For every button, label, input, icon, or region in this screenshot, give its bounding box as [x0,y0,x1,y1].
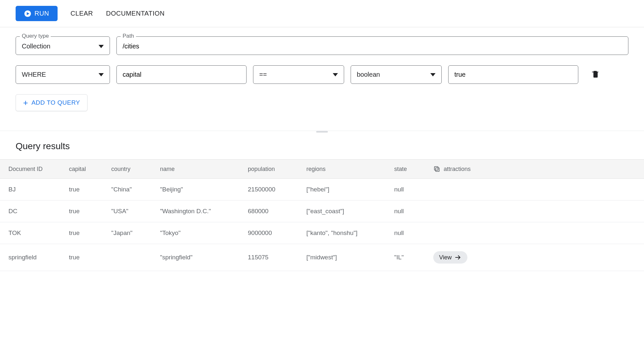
run-label: RUN [34,10,49,17]
arrow-right-icon [454,254,462,261]
table-cell-attractions [429,201,644,222]
clause-value-input[interactable] [454,71,572,78]
col-document-id[interactable]: Document ID [0,160,65,179]
table-row[interactable]: DCtrue"USA""Washington D.C."680000["east… [0,201,644,222]
table-cell: "China" [107,179,156,201]
path-field[interactable]: Path [116,36,628,55]
table-cell: null [390,222,429,244]
query-type-select[interactable]: Query type Collection [16,36,110,55]
clause-operator-select[interactable]: == [253,65,344,84]
table-cell: ["east_coast"] [302,201,390,222]
clause-kind-value: WHERE [22,71,46,78]
run-button[interactable]: RUN [16,6,58,21]
chevron-down-icon [333,73,338,76]
table-row[interactable]: springfieldtrue"springfield"115075["midw… [0,244,644,271]
chevron-down-icon [99,73,104,76]
clause-value-input-wrapper[interactable] [448,65,578,84]
table-cell: 21500000 [244,179,302,201]
svg-rect-1 [435,167,438,170]
table-row[interactable]: BJtrue"China""Beijing"21500000["hebei"]n… [0,179,644,201]
chevron-down-icon [430,73,436,76]
table-cell: true [65,179,107,201]
clause-type-select[interactable]: boolean [351,65,442,84]
clear-button[interactable]: CLEAR [71,10,93,17]
table-cell: TOK [0,222,65,244]
table-cell: "Beijing" [156,179,244,201]
toolbar: RUN CLEAR DOCUMENTATION [0,0,644,27]
table-cell: true [65,201,107,222]
table-cell: ["kanto", "honshu"] [302,222,390,244]
add-to-query-button[interactable]: + ADD TO QUERY [16,94,87,111]
svg-rect-2 [436,168,439,171]
add-to-query-label: ADD TO QUERY [32,99,80,106]
table-cell-attractions [429,179,644,201]
table-cell: 9000000 [244,222,302,244]
table-cell: 115075 [244,244,302,271]
play-icon [24,10,31,17]
view-label: View [439,254,452,261]
table-cell: BJ [0,179,65,201]
col-attractions[interactable]: attractions [429,160,644,179]
table-cell [107,244,156,271]
table-cell: ["hebei"] [302,179,390,201]
plus-icon: + [23,98,28,107]
subcollection-icon [433,165,440,173]
col-attractions-label: attractions [444,166,471,173]
table-cell: true [65,244,107,271]
table-cell-attractions [429,222,644,244]
table-row[interactable]: TOKtrue"Japan""Tokyo"9000000["kanto", "h… [0,222,644,244]
table-cell-attractions: View [429,244,644,271]
trash-icon [591,70,600,78]
documentation-button[interactable]: DOCUMENTATION [106,10,165,17]
table-cell: "USA" [107,201,156,222]
table-cell: "IL" [390,244,429,271]
path-label: Path [121,33,136,39]
chevron-down-icon [99,45,104,48]
results-title: Query results [0,138,644,159]
table-cell: "Tokyo" [156,222,244,244]
table-cell: true [65,222,107,244]
results-panel: Query results Document ID capital countr… [0,133,644,271]
table-cell: springfield [0,244,65,271]
clause-kind-select[interactable]: WHERE [16,65,110,84]
grip-icon [316,131,328,133]
results-table: Document ID capital country name populat… [0,159,644,271]
table-cell: "Japan" [107,222,156,244]
where-clause-row: WHERE == boolean [16,65,628,84]
col-regions[interactable]: regions [302,160,390,179]
col-state[interactable]: state [390,160,429,179]
query-type-value: Collection [22,43,50,50]
table-cell: "springfield" [156,244,244,271]
table-cell: DC [0,201,65,222]
table-cell: "Washington D.C." [156,201,244,222]
view-subcollection-button[interactable]: View [433,251,467,264]
col-country[interactable]: country [107,160,156,179]
col-capital[interactable]: capital [65,160,107,179]
clause-field-input[interactable] [123,71,240,78]
col-name[interactable]: name [156,160,244,179]
col-population[interactable]: population [244,160,302,179]
path-input[interactable] [123,43,622,50]
table-header-row: Document ID capital country name populat… [0,160,644,179]
delete-clause-button[interactable] [589,67,602,82]
table-cell: null [390,201,429,222]
clause-type-value: boolean [357,71,380,78]
table-cell: ["midwest"] [302,244,390,271]
table-cell: null [390,179,429,201]
table-cell: 680000 [244,201,302,222]
query-type-label: Query type [20,33,51,39]
query-builder: Query type Collection Path WHERE == bool… [0,27,644,131]
clause-field-input-wrapper[interactable] [116,65,247,84]
clause-operator-value: == [259,71,267,78]
